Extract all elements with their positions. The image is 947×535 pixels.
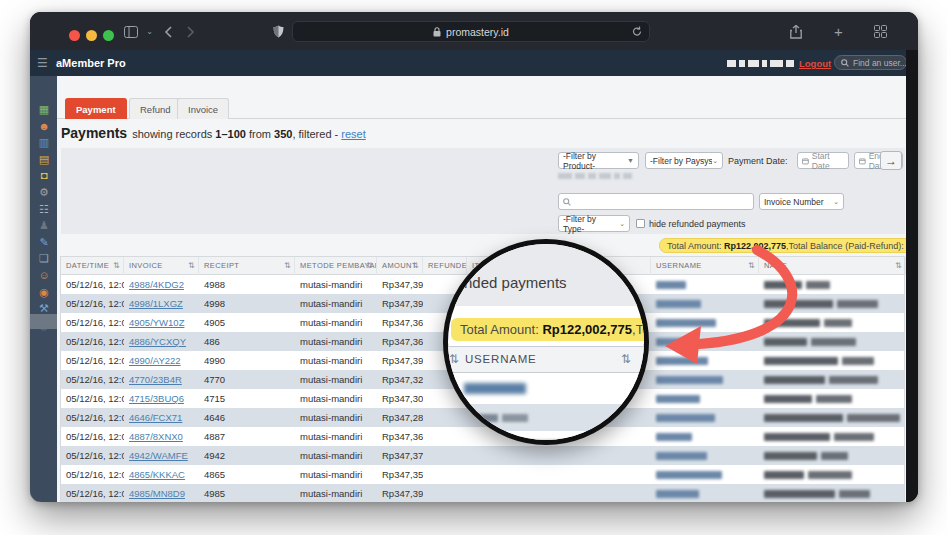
new-tab-icon[interactable]: + <box>830 23 847 40</box>
forward-icon[interactable] <box>182 23 199 40</box>
filter-paysystem-select[interactable]: -Filter by Paysystem-⌄ <box>645 152 723 169</box>
pages-icon[interactable]: ❏ <box>37 251 51 265</box>
totals-highlight: Total Amount: Rp122,002,775,Total Balanc… <box>659 238 918 253</box>
cell-date: 05/12/16, 12:00 AM <box>61 408 124 427</box>
cell-receipt: 4985 <box>199 484 295 502</box>
cell-date: 05/12/16, 12:00 AM <box>61 446 124 465</box>
url-bar[interactable]: promastery.id <box>292 21 650 42</box>
menu-icon[interactable]: ☰ <box>37 56 48 70</box>
column-header-invoice[interactable]: INVOICE⇅ <box>124 257 199 275</box>
filter-product-select[interactable]: -Filter by Product-▼ <box>558 152 639 169</box>
calendar-icon <box>859 157 866 165</box>
logout-link[interactable]: Logout <box>799 58 831 69</box>
back-icon[interactable] <box>159 23 176 40</box>
invoice-link[interactable]: 4886/YCXQY <box>129 336 186 347</box>
magnifier-overlay: nded payments Total Amount: Rp122,002,77… <box>443 239 649 445</box>
close-window-button[interactable] <box>69 30 80 41</box>
cell-invoice: 4865/KKKAC <box>124 465 199 484</box>
app-title: aMember Pro <box>56 57 126 69</box>
records-summary: Paymentsshowing records 1–100 from 350, … <box>61 125 366 141</box>
minimize-window-button[interactable] <box>86 30 97 41</box>
search-icon <box>841 59 849 67</box>
cell-amount: Rp347,280 <box>377 408 423 427</box>
invoice-link[interactable]: 4942/WAMFE <box>129 450 188 461</box>
cell-date: 05/12/16, 12:00 AM <box>61 370 124 389</box>
cell-date: 05/12/16, 12:00 AM <box>61 484 124 502</box>
magnified-totals-highlight: Total Amount: Rp122,002,775,To <box>451 318 649 341</box>
tab-refund[interactable]: Refund <box>129 98 182 119</box>
start-date-input[interactable]: Start Date <box>797 152 849 169</box>
cell-receipt: 4998 <box>199 294 295 313</box>
chevron-down-icon[interactable]: ⌄ <box>141 23 158 40</box>
invoice-link[interactable]: 4998/1LXGZ <box>129 298 183 309</box>
search-input[interactable] <box>558 193 754 210</box>
helpdesk-icon[interactable]: ◉ <box>37 285 51 299</box>
cell-username-redacted <box>651 370 759 389</box>
invoice-link[interactable]: 4988/4KDG2 <box>129 279 184 290</box>
invoice-link[interactable]: 4715/3BUQ6 <box>129 393 184 404</box>
cell-username-redacted <box>651 465 759 484</box>
cell-username-redacted <box>651 427 759 446</box>
column-header-metode-pembayaran[interactable]: METODE PEMBAYARAN⇅ <box>295 257 377 275</box>
tab-payment[interactable]: Payment <box>65 98 127 119</box>
cell-username-redacted <box>651 275 759 294</box>
cell-date: 05/12/16, 12:00 AM <box>61 332 124 351</box>
cell-amount: Rp347,360 <box>377 427 423 446</box>
cell-method: mutasi-mandiri <box>295 484 377 502</box>
cell-invoice: 4646/FCX71 <box>124 408 199 427</box>
apply-filter-button[interactable]: → <box>880 151 902 170</box>
invoice-number-select[interactable]: Invoice Number⌄ <box>759 193 844 210</box>
invoice-link[interactable]: 4770/23B4R <box>129 374 182 385</box>
filter-redacted-text <box>558 173 632 179</box>
column-header-username[interactable]: USERNAME⇅ <box>651 257 759 275</box>
sidebar-scroll-thumb[interactable] <box>30 314 57 329</box>
cell-name-redacted <box>759 370 906 389</box>
reports-icon[interactable]: ▥ <box>37 135 51 149</box>
cell-invoice: 4770/23B4R <box>124 370 199 389</box>
reset-filter-link[interactable]: reset <box>341 128 365 140</box>
invoice-link[interactable]: 4887/8XNX0 <box>129 431 183 442</box>
zoom-window-button[interactable] <box>103 30 114 41</box>
edit-icon[interactable]: ✎ <box>37 235 51 249</box>
sort-icon: ⇅ <box>748 257 755 275</box>
privacy-shield-icon[interactable] <box>270 23 287 40</box>
dashboard-icon[interactable]: ▦ <box>37 102 51 116</box>
sidebar-toggle-icon[interactable] <box>122 23 139 40</box>
cell-method: mutasi-mandiri <box>295 275 377 294</box>
find-user-search[interactable]: Find an user... <box>834 55 907 70</box>
cell-name-redacted <box>759 275 906 294</box>
logged-in-user-redacted <box>727 60 794 67</box>
cart-icon[interactable]: ☷ <box>37 202 51 216</box>
filter-type-select[interactable]: -Filter by Type-⌄ <box>558 215 630 232</box>
admin-sidebar: ▦☻▥▤◘⚙☷♟✎❏☺◉⚒◍ <box>30 76 57 502</box>
lock-icon <box>433 27 441 37</box>
cell-amount: Rp347,353 <box>377 465 423 484</box>
products-icon[interactable]: ▤ <box>37 152 51 166</box>
invoice-link[interactable]: 4985/MN8D9 <box>129 488 185 499</box>
cell-receipt: 4715 <box>199 389 295 408</box>
column-header-receipt[interactable]: RECEIPT⇅ <box>199 257 295 275</box>
cell-amount: Rp347,303 <box>377 389 423 408</box>
reload-icon[interactable] <box>632 26 642 37</box>
column-header-amount[interactable]: AMOUNT⇅ <box>377 257 423 275</box>
invoice-link[interactable]: 4990/AY222 <box>129 355 181 366</box>
column-header-date-time[interactable]: DATE/TIME⇅ <box>61 257 124 275</box>
share-icon[interactable] <box>787 23 804 40</box>
column-header-refunded[interactable]: REFUNDED <box>423 257 467 275</box>
table-row: 05/12/16, 12:00 AM4985/MN8D94985mutasi-m… <box>61 484 904 502</box>
users-icon[interactable]: ☻ <box>37 119 51 133</box>
hide-refunded-checkbox[interactable] <box>636 219 645 228</box>
user-stats-icon[interactable]: ☺ <box>37 268 51 282</box>
protect-icon[interactable]: ◘ <box>37 168 51 182</box>
affiliates-icon[interactable]: ♟ <box>37 218 51 232</box>
tab-invoice[interactable]: Invoice <box>177 98 229 119</box>
cell-method: mutasi-mandiri <box>295 389 377 408</box>
invoice-link[interactable]: 4646/FCX71 <box>129 412 182 423</box>
invoice-link[interactable]: 4865/KKKAC <box>129 469 185 480</box>
column-header-name[interactable]: NAME⇅ <box>759 257 906 275</box>
cell-amount: Rp347,366 <box>377 313 423 332</box>
settings-icon[interactable]: ⚙ <box>37 185 51 199</box>
cell-method: mutasi-mandiri <box>295 294 377 313</box>
invoice-link[interactable]: 4905/YW10Z <box>129 317 184 328</box>
tab-overview-icon[interactable] <box>872 23 889 40</box>
